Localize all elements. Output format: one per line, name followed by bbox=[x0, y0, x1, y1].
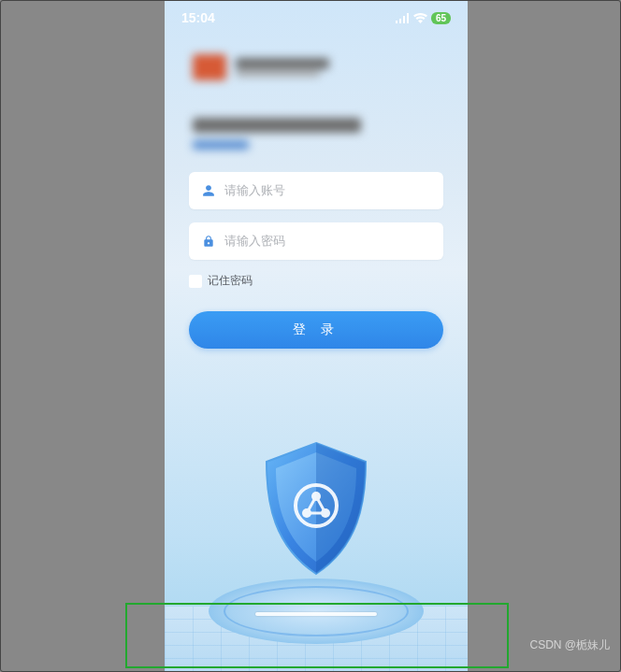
login-label: 登 录 bbox=[293, 322, 339, 338]
account-input[interactable]: 请输入账号 bbox=[189, 172, 443, 209]
battery-pct: 65 bbox=[436, 13, 446, 23]
shield-icon bbox=[255, 438, 377, 579]
status-bar: 15:04 65 bbox=[165, 0, 468, 32]
blurred-header bbox=[165, 32, 468, 159]
remember-label: 记住密码 bbox=[208, 273, 253, 289]
user-icon bbox=[202, 184, 215, 197]
status-time: 15:04 bbox=[181, 10, 215, 25]
login-button[interactable]: 登 录 bbox=[189, 311, 443, 349]
phone-screen: 15:04 65 请输入账号 请输入密码 bbox=[165, 0, 468, 672]
remember-row[interactable]: 记住密码 bbox=[189, 273, 443, 289]
remember-checkbox[interactable] bbox=[189, 275, 202, 288]
password-input[interactable]: 请输入密码 bbox=[189, 222, 443, 260]
battery-indicator: 65 bbox=[431, 12, 451, 24]
login-form: 请输入账号 请输入密码 记住密码 登 录 bbox=[165, 159, 468, 349]
status-icons: 65 bbox=[395, 12, 451, 24]
lock-icon bbox=[202, 235, 215, 248]
home-indicator[interactable] bbox=[255, 612, 377, 616]
shield-illustration bbox=[165, 382, 468, 672]
password-placeholder: 请输入密码 bbox=[224, 233, 285, 250]
wifi-icon bbox=[413, 13, 427, 23]
watermark: CSDN @栀妹儿 bbox=[529, 637, 610, 653]
account-placeholder: 请输入账号 bbox=[224, 182, 285, 199]
app-logo bbox=[193, 54, 226, 80]
signal-icon bbox=[395, 13, 410, 23]
